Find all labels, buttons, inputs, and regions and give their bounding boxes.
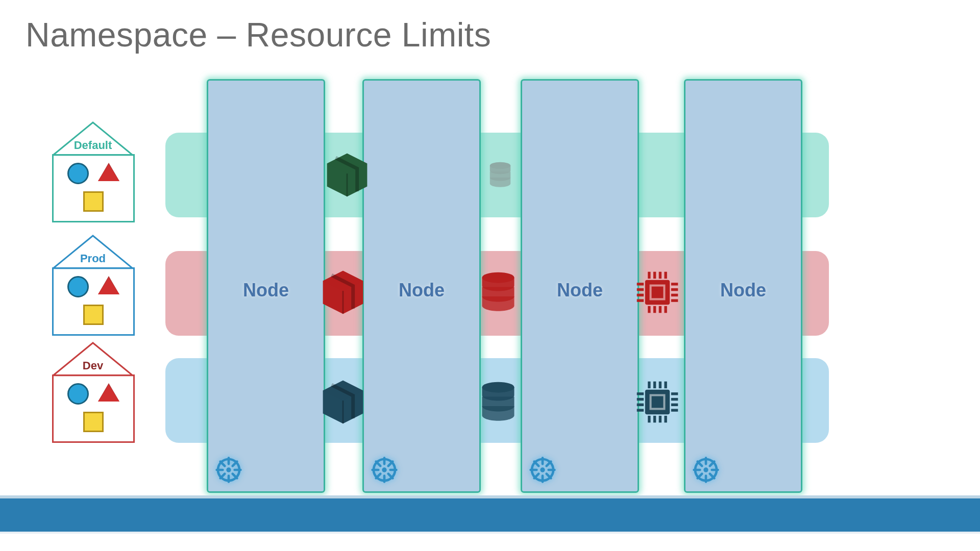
- kubernetes-wheel-icon: [528, 456, 557, 486]
- svg-point-4: [226, 467, 231, 472]
- svg-line-39: [698, 462, 702, 466]
- square-icon: [83, 191, 104, 212]
- svg-line-29: [534, 462, 539, 466]
- package-box-icon: [320, 269, 366, 315]
- circle-icon: [67, 276, 89, 297]
- svg-line-12: [220, 474, 225, 479]
- svg-line-42: [698, 474, 702, 479]
- node-label: Node: [364, 280, 479, 301]
- node-label: Node: [685, 280, 801, 301]
- svg-point-24: [540, 467, 545, 472]
- node-label: Node: [522, 280, 638, 301]
- node-column: Node: [207, 79, 325, 493]
- svg-point-14: [382, 467, 386, 472]
- cpu-chip-icon: [635, 270, 679, 314]
- cpu-chip-icon: [635, 380, 679, 424]
- namespace-label: Dev: [52, 359, 134, 372]
- namespace-label: Prod: [52, 252, 134, 265]
- triangle-icon: [98, 163, 119, 181]
- svg-line-10: [233, 474, 237, 479]
- database-icon: [486, 161, 514, 189]
- namespace-house-default: Default: [52, 121, 134, 223]
- kubernetes-wheel-icon: [214, 456, 243, 486]
- svg-line-20: [388, 474, 393, 479]
- svg-line-30: [547, 474, 551, 479]
- circle-icon: [67, 163, 89, 184]
- node-column: Node: [521, 79, 639, 493]
- kubernetes-wheel-icon: [692, 456, 720, 486]
- node-column: Node: [684, 79, 802, 493]
- package-box-icon: [324, 152, 370, 198]
- footer-bar: [0, 498, 980, 532]
- svg-line-22: [376, 474, 381, 479]
- svg-line-40: [710, 474, 715, 479]
- database-icon: [477, 271, 520, 314]
- kubernetes-wheel-icon: [370, 456, 399, 486]
- circle-icon: [67, 383, 89, 405]
- svg-line-11: [233, 462, 237, 466]
- namespace-house-prod: Prod: [52, 235, 134, 337]
- square-icon: [83, 412, 104, 432]
- page-title: Namespace – Resource Limits: [26, 15, 491, 54]
- svg-line-19: [376, 462, 381, 466]
- database-icon: [477, 381, 520, 423]
- svg-point-34: [703, 467, 708, 472]
- namespace-house-dev: Dev: [52, 342, 134, 444]
- package-box-icon: [320, 379, 366, 425]
- svg-line-9: [220, 462, 225, 466]
- svg-line-32: [534, 474, 539, 479]
- node-column: Node: [362, 79, 481, 493]
- svg-line-31: [547, 462, 551, 466]
- svg-line-21: [388, 462, 393, 466]
- namespace-label: Default: [52, 139, 134, 152]
- triangle-icon: [98, 276, 119, 294]
- square-icon: [83, 305, 104, 325]
- node-label: Node: [208, 280, 324, 301]
- svg-line-41: [710, 462, 715, 466]
- triangle-icon: [98, 383, 119, 402]
